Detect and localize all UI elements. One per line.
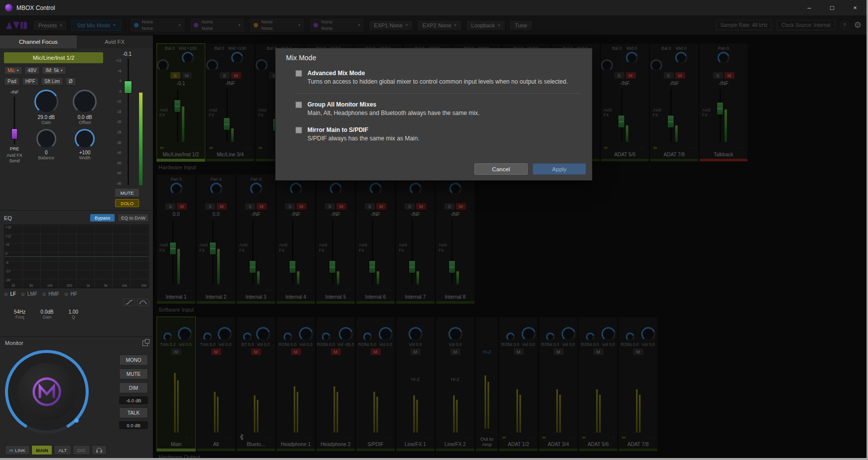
headphones-icon[interactable]: [92, 445, 107, 455]
eq-y-label: -18: [5, 278, 11, 282]
eq-x-label: 100: [47, 284, 53, 287]
dig-output-button[interactable]: DIG: [73, 445, 90, 455]
talk-button[interactable]: TALK: [119, 407, 148, 418]
focused-channel-name[interactable]: Mic/Line/Inst 1/2: [4, 52, 103, 63]
option-label: Mirror Main to S/PDIF: [307, 126, 420, 133]
divider: [295, 93, 580, 94]
band-power-icon[interactable]: ⊙: [42, 292, 46, 297]
eq-bypass-button[interactable]: Bypass: [90, 214, 115, 222]
option-description: Main, Alt, Headphones and Bluetooth alwa…: [307, 110, 480, 116]
mbox-control-window: MBOX Control – □ × Presets ▾ Std Mix Mod…: [0, 0, 868, 460]
offset-knob-cell: 0.0 dB Offset: [67, 90, 104, 128]
channel-knobs: 29.0 dB Gain 0.0 dB Offset 0: [28, 90, 103, 164]
meter-scale-label: -10: [112, 100, 122, 103]
close-icon[interactable]: ×: [844, 0, 867, 15]
tab-channel-focus[interactable]: Channel Focus: [0, 35, 77, 48]
mono-button[interactable]: MONO: [119, 354, 148, 365]
meter-scale-label: 0: [112, 79, 122, 83]
bell-shape-icon[interactable]: [137, 299, 149, 306]
maximize-icon[interactable]: □: [821, 0, 844, 15]
fx-send-value: -INF: [10, 90, 19, 95]
apply-button[interactable]: Apply: [533, 163, 586, 175]
band-power-icon[interactable]: ⊙: [21, 292, 25, 297]
main-output-button[interactable]: MAIN: [31, 445, 52, 455]
group-monitor-mixes-checkbox[interactable]: [295, 102, 302, 108]
monitor-mute-button[interactable]: MUTE: [119, 368, 148, 379]
channel-fader[interactable]: [123, 58, 137, 186]
minimize-icon[interactable]: –: [798, 0, 821, 15]
soft-limit-button[interactable]: Sft Lim: [41, 77, 63, 86]
dim-value: -6.0 dB: [119, 396, 148, 404]
chevron-down-icon: ▾: [17, 68, 19, 73]
phantom-48v-button[interactable]: 48V: [24, 66, 40, 75]
eq-band-lmf[interactable]: LMF: [27, 291, 37, 297]
eq-y-label: 0: [5, 252, 11, 255]
meter-scale-label: -30: [112, 141, 122, 144]
eq-x-label: 10k: [122, 284, 127, 287]
option-text: Group All Monitor Mixes Main, Alt, Headp…: [307, 101, 480, 116]
alt-output-button[interactable]: ALT: [54, 445, 71, 455]
eq-shape-buttons: [4, 299, 149, 306]
band-power-icon[interactable]: ⊙: [4, 292, 8, 297]
focus-solo-button[interactable]: SOLO: [115, 199, 139, 207]
gain-value: 29.0 dB: [38, 115, 55, 120]
option-description: S/PDIF always has the same mix as Main.: [307, 135, 420, 142]
fx-send-fader[interactable]: [10, 97, 18, 144]
mirror-main-spdif-checkbox[interactable]: [295, 127, 302, 133]
avid-badge-icon: [18, 363, 76, 421]
focus-mute-button[interactable]: MUTE: [115, 189, 139, 197]
pad-button[interactable]: Pad: [4, 77, 20, 86]
eq-band-hmf[interactable]: HMF: [48, 291, 59, 297]
eq-y-label: -12: [5, 269, 11, 273]
meter-scale-label: -90: [112, 182, 122, 185]
meter-scale-label: -25: [112, 130, 122, 134]
eq-readout: 0.0dBGain: [40, 309, 53, 320]
impedance-select[interactable]: IM: 5k ▾: [42, 66, 66, 75]
cancel-button[interactable]: Cancel: [474, 163, 528, 175]
eq-graph[interactable]: +18+12+60-6-12-18 20501005001k5k10k20k: [4, 225, 149, 288]
meter-scale-label: -50: [112, 161, 122, 165]
titlebar: MBOX Control – □ ×: [0, 0, 867, 15]
app-logo-icon: [5, 4, 12, 11]
fader-cap[interactable]: [124, 81, 132, 94]
dialog-buttons: Cancel Apply: [474, 163, 586, 175]
eq-x-axis: 20501005001k5k10k20k: [11, 284, 146, 287]
eq-x-label: 500: [67, 284, 72, 287]
mirror-main-spdif-option: Mirror Main to S/PDIF S/PDIF always has …: [295, 126, 580, 142]
monitor-volume-knob[interactable]: [5, 350, 89, 434]
tab-avid-fx[interactable]: Avid FX: [77, 35, 153, 48]
phase-button[interactable]: Ø: [65, 77, 76, 86]
eq-y-label: +12: [5, 234, 11, 238]
band-power-icon[interactable]: ⊙: [64, 292, 68, 297]
shelf-shape-icon[interactable]: [123, 299, 135, 306]
panel-tabs: Channel Focus Avid FX: [0, 35, 153, 48]
hpf-button[interactable]: HPF: [22, 77, 39, 86]
dialog-body: Advanced Mix Mode Turns on access to hid…: [276, 63, 592, 142]
processing-row: Pad HPF Sft Lim Ø: [4, 77, 103, 86]
pre-label: PRE: [10, 146, 19, 151]
input-source-select[interactable]: Mic ▾: [4, 66, 22, 75]
balance-knob-cell: 0 Balance: [28, 129, 65, 163]
fader-cap[interactable]: [11, 128, 18, 139]
eq-x-label: 1k: [87, 284, 90, 287]
eq-to-daw-button[interactable]: EQ to DAW: [118, 214, 149, 222]
channel-focus-body: Mic/Line/Inst 1/2 Mic ▾ 48V IM: 5k ▾: [0, 48, 153, 211]
offset-knob[interactable]: [73, 90, 97, 114]
advanced-mix-mode-checkbox[interactable]: [295, 70, 302, 77]
eq-band-lf[interactable]: LF: [10, 291, 16, 297]
channel-focus-panel: Channel Focus Avid FX Mic/Line/Inst 1/2 …: [0, 35, 153, 460]
expand-icon[interactable]: [143, 341, 148, 346]
eq-y-label: +6: [5, 243, 11, 246]
width-knob[interactable]: [75, 129, 95, 149]
monitor-buttons: MONO MUTE DIM -6.0 dB TALK 0.0 dB: [119, 354, 148, 429]
dim-button[interactable]: DIM: [119, 382, 148, 393]
balance-knob[interactable]: [36, 129, 56, 149]
balance-label: Balance: [38, 155, 54, 160]
gain-label: Gain: [41, 120, 51, 125]
eq-band-hf[interactable]: HF: [71, 291, 77, 297]
balance-value: 0: [45, 150, 48, 155]
fx-send-section: -INF PRE Avid FX Send: [4, 90, 25, 164]
gain-knob[interactable]: [34, 90, 58, 114]
link-button[interactable]: ∞ LINK: [5, 445, 30, 455]
channel-meter-section: -0.1 +12+60-5-10-15-20-25-30-40-50-60-90…: [105, 50, 149, 207]
